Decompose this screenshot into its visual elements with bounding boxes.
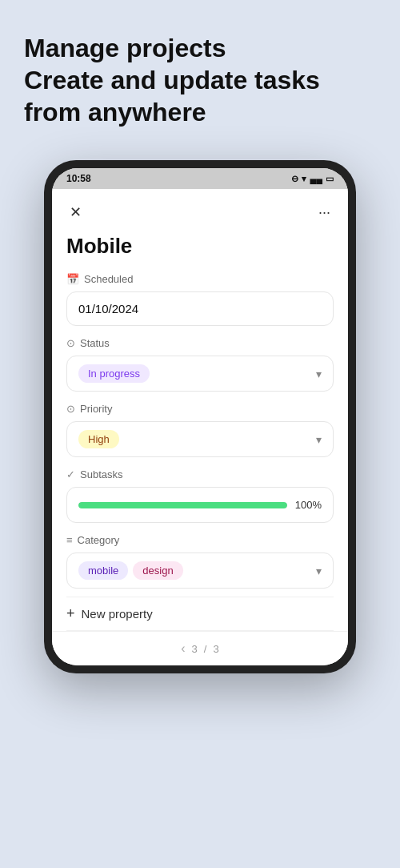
progress-bar-track	[78, 502, 287, 508]
progress-bar-fill	[78, 502, 287, 508]
close-button[interactable]: ✕	[66, 200, 85, 224]
scheduled-label: 📅 Scheduled	[66, 273, 334, 285]
app-toolbar: ✕ ···	[52, 189, 348, 231]
pagination-bar: ‹ 3 / 3	[52, 631, 348, 665]
status-bar: 10:58 ⊖ ▾ ▄▄ ▭	[52, 168, 348, 189]
priority-label: ⊙ Priority	[66, 403, 334, 415]
phone-frame: 10:58 ⊖ ▾ ▄▄ ▭ ✕ ··· Mobile 📅 Scheduled	[44, 160, 356, 673]
plus-icon: +	[66, 605, 75, 622]
priority-badge: High	[78, 430, 119, 448]
new-property-label: New property	[82, 607, 153, 621]
category-label: ≡ Category	[66, 534, 334, 546]
status-badge: In progress	[78, 364, 150, 383]
pagination-current: 3	[192, 643, 198, 655]
wifi-icon: ▾	[302, 174, 306, 184]
category-section: ≡ Category mobile design ▾	[52, 531, 348, 597]
category-tag-mobile: mobile	[78, 561, 128, 580]
pagination-total: 3	[213, 643, 218, 655]
scheduled-value[interactable]: 01/10/2024	[66, 291, 334, 326]
app-content: ✕ ··· Mobile 📅 Scheduled 01/10/2024 ⊙ St…	[52, 189, 348, 665]
status-icon: ⊙	[66, 337, 75, 349]
priority-section: ⊙ Priority High ▾	[52, 400, 348, 465]
status-icons: ⊖ ▾ ▄▄ ▭	[291, 174, 334, 184]
signal-icon: ▄▄	[310, 174, 322, 183]
prev-page-icon[interactable]: ‹	[181, 641, 185, 656]
task-title: Mobile	[52, 231, 348, 270]
scheduled-section: 📅 Scheduled 01/10/2024	[52, 270, 348, 334]
battery-icon: ▭	[326, 174, 334, 184]
status-select[interactable]: In progress ▾	[66, 356, 334, 392]
more-options-button[interactable]: ···	[315, 201, 334, 224]
category-tags-row: mobile design	[78, 561, 183, 580]
priority-select[interactable]: High ▾	[66, 421, 334, 457]
progress-text: 100%	[295, 499, 322, 511]
phone-screen: 10:58 ⊖ ▾ ▄▄ ▭ ✕ ··· Mobile 📅 Scheduled	[52, 168, 348, 665]
status-label: ⊙ Status	[66, 337, 334, 349]
status-chevron-icon: ▾	[316, 368, 322, 380]
category-icon: ≡	[66, 534, 73, 546]
hero-title: Manage projects Create and update tasks …	[24, 32, 376, 128]
new-property-button[interactable]: + New property	[52, 597, 348, 630]
status-section: ⊙ Status In progress ▾	[52, 334, 348, 400]
calendar-icon: 📅	[66, 273, 79, 285]
subtasks-icon: ✓	[66, 468, 75, 480]
category-select[interactable]: mobile design ▾	[66, 553, 334, 589]
subtasks-section: ✓ Subtasks 100%	[52, 465, 348, 531]
subtasks-label: ✓ Subtasks	[66, 468, 334, 480]
subtasks-progress-container: 100%	[66, 487, 334, 523]
priority-chevron-icon: ▾	[316, 433, 322, 446]
category-chevron-icon: ▾	[316, 565, 322, 577]
hero-section: Manage projects Create and update tasks …	[24, 32, 376, 128]
status-time: 10:58	[66, 173, 91, 184]
pagination-separator: /	[204, 643, 207, 655]
do-not-disturb-icon: ⊖	[291, 174, 298, 184]
category-tag-design: design	[133, 561, 182, 580]
priority-icon: ⊙	[66, 403, 75, 415]
